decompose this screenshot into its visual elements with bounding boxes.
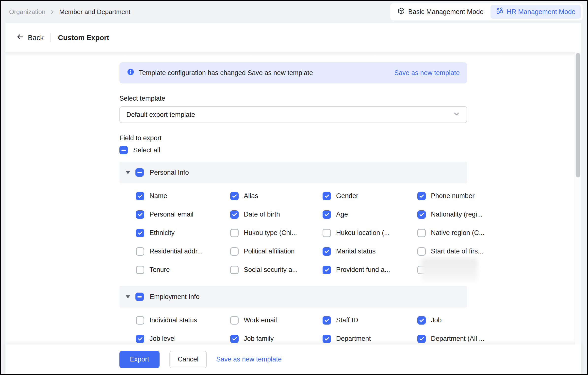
field-label: Department (All ... — [431, 335, 485, 343]
field-checkbox[interactable] — [136, 210, 144, 219]
breadcrumb-organization[interactable]: Organization — [9, 8, 45, 16]
template-select-value: Default export template — [126, 111, 195, 119]
field-checkbox[interactable] — [417, 247, 426, 256]
field-checkbox[interactable] — [136, 229, 144, 237]
template-select-dropdown[interactable]: Default export template — [119, 106, 467, 123]
hr-management-mode-button[interactable]: HR Management Mode — [490, 5, 581, 19]
field-checkbox[interactable] — [136, 266, 144, 274]
field-checkbox-item[interactable]: Date of birth — [230, 205, 323, 224]
back-button[interactable]: Back — [16, 33, 44, 43]
field-checkbox[interactable] — [323, 229, 331, 237]
divider — [50, 33, 51, 42]
field-checkbox-item[interactable]: Hukou location (... — [323, 224, 417, 242]
field-checkbox[interactable] — [323, 192, 331, 200]
info-icon — [127, 68, 134, 78]
field-checkbox[interactable] — [230, 192, 239, 200]
field-checkbox-item[interactable]: Social security a... — [230, 261, 323, 279]
field-checkbox-item[interactable]: Ethnicity — [136, 224, 230, 242]
field-checkbox-item[interactable]: Start date of firs... — [417, 242, 485, 261]
field-checkbox[interactable] — [417, 192, 426, 200]
field-checkbox-item[interactable]: Nationality (regi... — [417, 205, 485, 224]
field-label: Staff ID — [336, 316, 358, 324]
field-checkbox-item[interactable]: Provident fund a... — [323, 261, 417, 279]
field-label: Job — [431, 316, 442, 324]
field-checkbox-item[interactable]: Name — [136, 187, 230, 205]
field-checkbox[interactable] — [230, 247, 239, 256]
field-checkbox-item[interactable]: Residential addr... — [136, 242, 230, 261]
field-checkbox[interactable] — [136, 247, 144, 256]
field-checkbox-item[interactable]: Tenure — [136, 261, 230, 279]
field-checkbox[interactable] — [230, 335, 239, 343]
field-checkbox-item[interactable]: Job family — [230, 329, 323, 344]
field-checkbox-item[interactable]: Political affiliation — [230, 242, 323, 261]
field-checkbox[interactable] — [136, 316, 144, 325]
field-checkbox[interactable] — [230, 210, 239, 219]
breadcrumb-current-page: Member and Department — [59, 8, 130, 16]
field-label: Native region (C... — [431, 229, 485, 237]
field-checkbox-item[interactable]: Department — [323, 329, 417, 344]
chevron-down-icon — [453, 110, 460, 119]
field-checkbox-item[interactable]: Department (All ... — [417, 329, 485, 344]
field-checkbox-item[interactable]: Phone number — [417, 187, 485, 205]
scrollbar-thumb[interactable] — [576, 53, 580, 177]
field-checkbox-item[interactable]: Staff ID — [323, 311, 417, 329]
custom-export-panel: Back Custom Export Template configuratio… — [5, 23, 581, 374]
field-label: Work email — [244, 316, 277, 324]
cube-icon — [397, 7, 405, 16]
field-checkbox-item[interactable]: Marital status — [323, 242, 417, 261]
field-checkbox[interactable] — [417, 229, 426, 237]
field-checkbox-item[interactable]: Gender — [323, 187, 417, 205]
custom-export-page: { "topbar": { "breadcrumb": { "root": "O… — [0, 0, 588, 375]
banner-save-as-new-template-link[interactable]: Save as new template — [394, 69, 460, 77]
field-groups: Personal InfoNameAliasGenderPhone number… — [119, 162, 467, 344]
field-checkbox-item[interactable]: Individual status — [136, 311, 230, 329]
field-checkbox[interactable] — [136, 335, 144, 343]
template-changed-banner: Template configuration has changed Save … — [119, 62, 467, 83]
field-label: Ethnicity — [149, 229, 175, 237]
field-label: Age — [336, 211, 348, 218]
breadcrumb: Organization Member and Department — [9, 8, 130, 16]
collapse-triangle-icon[interactable] — [125, 295, 131, 299]
field-label: Job level — [149, 335, 176, 343]
group-header: Personal Info — [119, 162, 467, 183]
select-all-checkbox-row[interactable]: Select all — [119, 146, 160, 154]
group-checkbox[interactable] — [135, 168, 144, 177]
select-all-checkbox[interactable] — [119, 146, 128, 154]
field-checkbox-item[interactable]: Alias — [230, 187, 323, 205]
field-label: Marital status — [336, 248, 376, 255]
basic-management-mode-button[interactable]: Basic Management Mode — [392, 5, 489, 19]
field-checkbox[interactable] — [323, 266, 331, 274]
page-title: Custom Export — [58, 34, 109, 42]
field-group: Personal InfoNameAliasGenderPhone number… — [119, 162, 467, 282]
field-checkbox-item[interactable]: Native region (C... — [417, 224, 485, 242]
redacted-field — [417, 261, 485, 279]
field-checkbox-item[interactable]: Personal email — [136, 205, 230, 224]
field-checkbox[interactable] — [323, 316, 331, 325]
field-checkbox[interactable] — [417, 316, 426, 325]
field-checkbox[interactable] — [417, 210, 426, 219]
save-as-new-template-link[interactable]: Save as new template — [216, 356, 282, 363]
field-checkbox[interactable] — [230, 266, 239, 274]
field-checkbox-item[interactable]: Hukou type (Chi... — [230, 224, 323, 242]
field-checkbox[interactable] — [323, 210, 331, 219]
cancel-button[interactable]: Cancel — [169, 351, 207, 368]
field-checkbox[interactable] — [417, 335, 426, 343]
field-label: Alias — [244, 192, 258, 200]
collapse-triangle-icon[interactable] — [125, 170, 131, 175]
field-checkbox-item[interactable]: Job — [417, 311, 485, 329]
field-checkbox[interactable] — [230, 316, 239, 325]
field-group: Employment InfoIndividual statusWork ema… — [119, 286, 467, 344]
field-label: Provident fund a... — [336, 266, 390, 274]
export-button[interactable]: Export — [119, 351, 160, 368]
field-checkbox-item[interactable]: Job level — [136, 329, 230, 344]
group-checkbox[interactable] — [135, 293, 144, 301]
field-checkbox[interactable] — [323, 247, 331, 256]
field-checkbox-item[interactable]: Work email — [230, 311, 323, 329]
field-checkbox[interactable] — [323, 335, 331, 343]
field-label: Department — [336, 335, 371, 343]
mode-label: Basic Management Mode — [408, 8, 484, 16]
field-checkbox[interactable] — [230, 229, 239, 237]
field-checkbox-item[interactable]: Age — [323, 205, 417, 224]
field-checkbox[interactable] — [136, 192, 144, 200]
field-label: Tenure — [149, 266, 170, 274]
